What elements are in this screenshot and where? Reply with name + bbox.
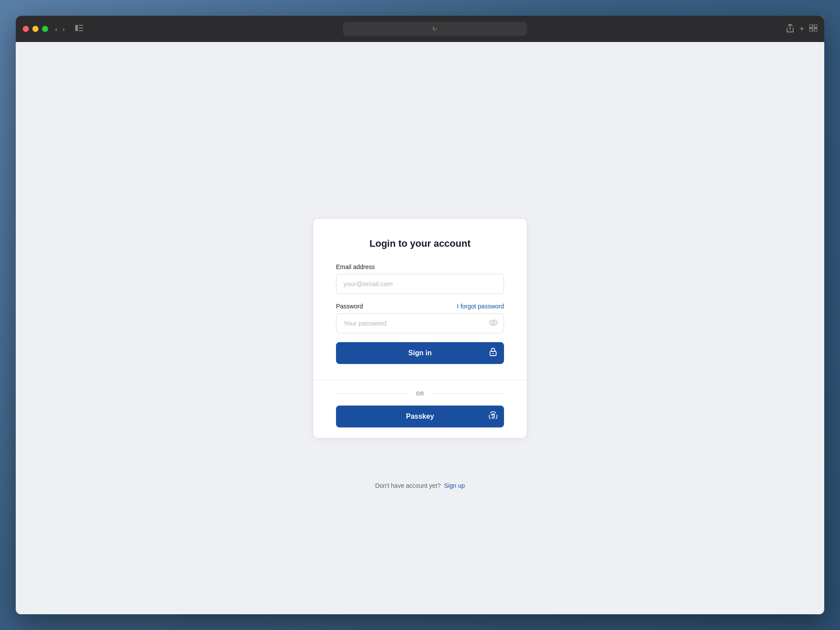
svg-rect-5 [814, 24, 817, 28]
share-icon[interactable] [786, 24, 794, 34]
email-label: Email address [336, 263, 375, 270]
show-password-icon[interactable] [489, 318, 498, 328]
page-content: Login to your account Email address Pass… [16, 42, 824, 614]
sign-in-label: Sign in [408, 349, 431, 357]
passkey-section: OR Passkey [313, 380, 527, 438]
sign-in-button[interactable]: Sign in [336, 342, 504, 364]
password-form-group: Password I forgot password [336, 303, 504, 333]
password-label: Password [336, 303, 363, 310]
or-divider: OR [416, 391, 424, 397]
password-input-wrapper [336, 313, 504, 333]
traffic-lights [23, 26, 48, 32]
browser-window: ‹ › ↻ [16, 16, 824, 614]
address-bar-container: ↻ [88, 22, 781, 36]
email-form-group: Email address [336, 263, 504, 294]
maximize-button[interactable] [42, 26, 48, 32]
no-account-text: Don't have account yet? [375, 482, 441, 489]
login-card: Login to your account Email address Pass… [313, 218, 527, 438]
signup-row: Don't have account yet? Sign up [375, 482, 465, 489]
address-bar[interactable]: ↻ [343, 22, 527, 36]
signup-link[interactable]: Sign up [444, 482, 465, 489]
email-input[interactable] [336, 274, 504, 294]
browser-chrome: ‹ › ↻ [16, 16, 824, 42]
forgot-password-link[interactable]: I forgot password [457, 303, 504, 310]
toolbar-right: + [786, 24, 817, 34]
close-button[interactable] [23, 26, 29, 32]
divider-line-left [336, 393, 409, 394]
svg-rect-0 [75, 25, 78, 31]
password-label-row: Password I forgot password [336, 303, 504, 310]
email-label-row: Email address [336, 263, 504, 270]
page-title: Login to your account [336, 238, 504, 249]
card-top: Login to your account Email address Pass… [313, 219, 527, 380]
refresh-icon: ↻ [432, 26, 437, 32]
minimize-button[interactable] [32, 26, 38, 32]
sidebar-toggle-icon[interactable] [75, 25, 83, 33]
svg-point-9 [492, 321, 495, 324]
lock-icon [489, 347, 497, 358]
back-icon[interactable]: ‹ [53, 24, 59, 34]
svg-rect-1 [79, 25, 83, 26]
passkey-button[interactable]: Passkey [336, 406, 504, 427]
title-bar: ‹ › ↻ [16, 16, 824, 42]
svg-rect-6 [809, 28, 812, 32]
svg-rect-3 [79, 30, 83, 31]
password-input[interactable] [336, 313, 504, 333]
svg-rect-2 [79, 28, 83, 28]
divider-row: OR [336, 391, 504, 397]
forward-icon[interactable]: › [61, 24, 66, 34]
divider-line-right [431, 393, 504, 394]
nav-arrows: ‹ › [53, 24, 66, 34]
svg-point-8 [490, 320, 497, 325]
new-tab-icon[interactable]: + [799, 24, 804, 34]
svg-rect-7 [814, 28, 817, 32]
svg-rect-4 [809, 24, 812, 28]
fingerprint-icon [488, 411, 498, 422]
tabs-overview-icon[interactable] [809, 24, 817, 33]
svg-point-11 [493, 353, 494, 354]
passkey-label: Passkey [406, 413, 434, 420]
